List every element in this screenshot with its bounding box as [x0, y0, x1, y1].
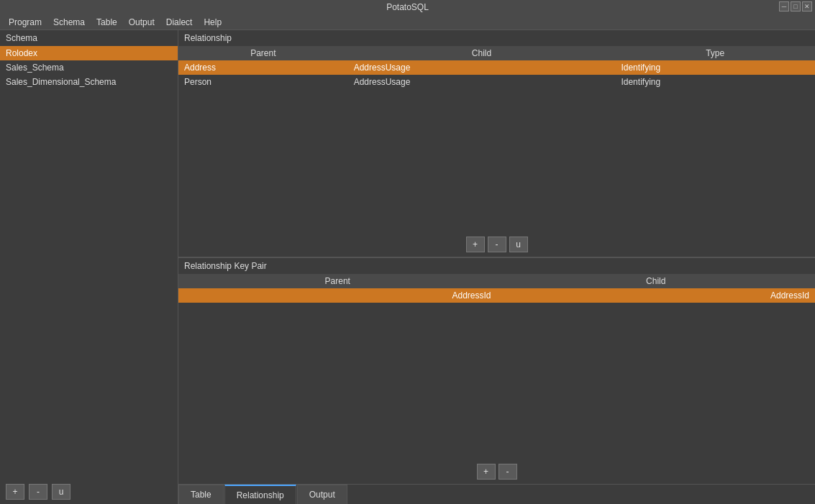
sidebar-header: Schema	[0, 30, 178, 46]
keypair-remove-button[interactable]: -	[498, 464, 517, 480]
restore-button[interactable]: □	[791, 1, 801, 12]
relationship-tbody: AddressAddressUsageIdentifyingPersonAddr…	[178, 60, 815, 89]
sidebar-edit-button[interactable]: u	[52, 484, 70, 500]
keypair-title: Relationship Key Pair	[178, 258, 815, 274]
menu-item-schema[interactable]: Schema	[47, 16, 91, 29]
sidebar-add-button[interactable]: +	[6, 484, 24, 500]
relationship-edit-button[interactable]: u	[509, 237, 528, 252]
menu-item-program[interactable]: Program	[3, 16, 47, 29]
keypair-tbody: AddressIdAddressId	[178, 288, 815, 303]
sidebar-item-sales-schema[interactable]: Sales_Schema	[0, 60, 178, 75]
menu-item-table[interactable]: Table	[91, 16, 123, 29]
keypair-col-child: Child	[497, 274, 816, 288]
sidebar-remove-button[interactable]: -	[29, 484, 47, 500]
relationship-cell-child: AddressUsage	[348, 75, 616, 89]
sidebar-items: RolodexSales_SchemaSales_Dimensional_Sch…	[0, 46, 178, 89]
relationship-cell-type: Identifying	[615, 60, 815, 75]
app-title: PotatoSQL	[386, 2, 429, 12]
relationship-cell-type: Identifying	[615, 75, 815, 89]
tab-output[interactable]: Output	[297, 485, 347, 504]
tab-table[interactable]: Table	[178, 485, 224, 504]
keypair-col-parent: Parent	[178, 274, 497, 288]
relationship-row[interactable]: AddressAddressUsageIdentifying	[178, 60, 815, 75]
relationship-cell-child: AddressUsage	[348, 60, 616, 75]
relationship-remove-button[interactable]: -	[488, 237, 506, 252]
content-area: Relationship Parent Child Type AddressAd…	[178, 30, 815, 504]
keypair-add-button[interactable]: +	[477, 464, 496, 480]
tab-relationship[interactable]: Relationship	[224, 485, 296, 504]
relationship-table-container: Parent Child Type AddressAddressUsageIde…	[178, 46, 815, 232]
sidebar-item-sales-dimensional-schema[interactable]: Sales_Dimensional_Schema	[0, 75, 178, 89]
relationship-col-parent: Parent	[178, 46, 348, 60]
menu-item-output[interactable]: Output	[123, 16, 160, 29]
main-layout: Schema RolodexSales_SchemaSales_Dimensio…	[0, 30, 815, 504]
keypair-table-container: Parent Child AddressIdAddressId	[178, 274, 815, 460]
relationship-buttons: + - u	[178, 232, 815, 257]
relationship-row[interactable]: PersonAddressUsageIdentifying	[178, 75, 815, 89]
relationship-add-button[interactable]: +	[466, 237, 485, 252]
tab-bar: TableRelationshipOutput	[178, 484, 815, 504]
relationship-col-type: Type	[615, 46, 815, 60]
sidebar-item-rolodex[interactable]: Rolodex	[0, 46, 178, 60]
relationship-cell-parent: Address	[178, 60, 348, 75]
relationship-cell-parent: Person	[178, 75, 348, 89]
sidebar-bottom-buttons: + - u	[0, 480, 178, 504]
minimize-button[interactable]: ─	[779, 1, 789, 12]
menu-bar: ProgramSchemaTableOutputDialectHelp	[0, 14, 815, 30]
relationship-section: Relationship Parent Child Type AddressAd…	[178, 30, 815, 257]
keypair-buttons: + -	[178, 459, 815, 484]
relationship-table: Parent Child Type AddressAddressUsageIde…	[178, 46, 815, 89]
keypair-cell-child: AddressId	[497, 288, 816, 303]
sidebar: Schema RolodexSales_SchemaSales_Dimensio…	[0, 30, 178, 504]
close-button[interactable]: ✕	[802, 1, 812, 12]
window-controls: ─ □ ✕	[779, 1, 812, 12]
keypair-row[interactable]: AddressIdAddressId	[178, 288, 815, 303]
keypair-cell-parent: AddressId	[178, 288, 497, 303]
menu-item-dialect[interactable]: Dialect	[160, 16, 199, 29]
relationship-col-child: Child	[348, 46, 616, 60]
keypair-table: Parent Child AddressIdAddressId	[178, 274, 815, 303]
title-bar: PotatoSQL ─ □ ✕	[0, 0, 815, 14]
menu-item-help[interactable]: Help	[198, 16, 227, 29]
keypair-section: Relationship Key Pair Parent Child Addre…	[178, 257, 815, 485]
relationship-title: Relationship	[178, 30, 815, 46]
